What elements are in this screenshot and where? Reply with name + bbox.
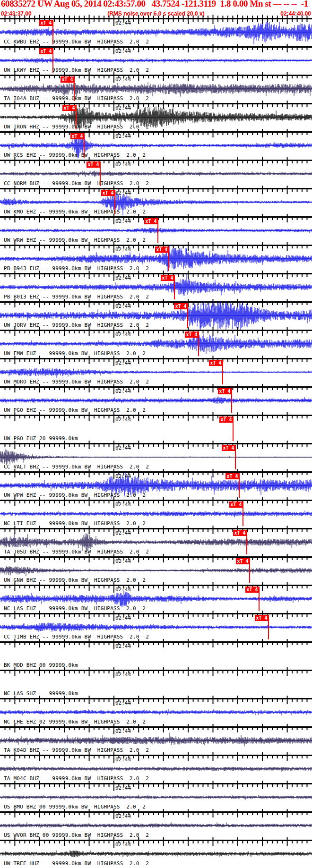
trace-panel[interactable]: 02:44xT 4UW JORV EHZ -- 99999.0km BW HIG…: [0, 301, 312, 330]
station-label: UW WPW EHZ -- 99999.0km BW HIGHPASS 2.0 …: [4, 492, 146, 498]
station-label: UW KMO EHZ -- 99999.0km BW HIGHPASS 2.0 …: [4, 209, 146, 215]
pick-flag[interactable]: xT 4: [144, 218, 158, 224]
trace-panel[interactable]: 02:44TA K04D BHZ -- 99999.0km BW HIGHPAS…: [0, 726, 312, 755]
trace-panel[interactable]: 02:44xT 4UW WPW EHZ -- 99999.0km BW HIGH…: [0, 471, 312, 500]
trace-panel[interactable]: 02:44xT 4UW IRON HHZ -- 99999.0km BW HIG…: [0, 103, 312, 131]
minute-label: 02:44: [115, 133, 131, 139]
station-label: TA I04A BHZ -- 99999.0km BW HIGHPASS 2.0…: [4, 95, 149, 102]
trace-panel[interactable]: 02:44xT 4UW RCS EHZ -- 99999.0km BW HIGH…: [0, 131, 312, 160]
minute-label: 02:44: [115, 20, 131, 26]
trace-panel[interactable]: 02:44xT 4UW MORO EHZ -- 99999.0km BW HIG…: [0, 358, 312, 386]
pick-flag[interactable]: xT 4: [185, 332, 199, 338]
trace-panel[interactable]: 02:44BK MOD BHZ 00 99999.0km: [0, 641, 312, 670]
minute-label: 02:44: [115, 842, 131, 848]
minute-label: 02:44: [115, 218, 131, 224]
minute-label: 02:44: [115, 700, 131, 706]
minute-label: 02:44: [115, 332, 131, 338]
trace-panel[interactable]: 02:44xT 4UW KMO EHZ -- 99999.0km BW HIGH…: [0, 188, 312, 216]
trace-panel[interactable]: 02:44xT 4UW WRW EHZ -- 99999.0km BW HIGH…: [0, 216, 312, 245]
pick-flag[interactable]: xT 4: [222, 445, 235, 451]
trace-panel[interactable]: 02:44xT 4UW PGO EHZ 20 99999.0km: [0, 415, 312, 443]
trace-panel[interactable]: 02:44xT 4UW GNW BHZ -- 99999.0km BW HIGH…: [0, 556, 312, 585]
pick-flag[interactable]: xT 4: [62, 105, 76, 111]
minute-label: 02:44: [115, 360, 131, 366]
station-label: UW JORV EHZ -- 99999.0km BW HIGHPASS 2.0…: [4, 322, 149, 328]
pick-flag[interactable]: xT 4: [255, 615, 269, 621]
seismic-waveform-viewer: 60835272 UW Aug 05, 2014 02:43:57.00 43.…: [0, 0, 312, 868]
pick-flag[interactable]: xT 4: [229, 502, 243, 508]
minute-label: 02:44: [115, 388, 131, 394]
pick-flag[interactable]: xT 4: [39, 20, 53, 26]
minute-label: 02:44: [115, 672, 131, 678]
pick-flag[interactable]: xT 4: [155, 247, 169, 253]
minute-label: 02:44: [115, 445, 131, 451]
trace-list: 02:44xT 4CC KWBU EHZ -- 99999.0km BW HIG…: [0, 18, 312, 868]
minute-label: 02:44: [115, 785, 131, 791]
station-label: CC KWBU EHZ -- 99999.0km BW HIGHPASS 2.0…: [4, 39, 149, 45]
trace-panel[interactable]: 02:44NC LAS SHZ -- 99999.0km: [0, 670, 312, 698]
trace-panel[interactable]: 02:44NC LHE EHZ 02 99999.0km BW HIGHPASS…: [0, 698, 312, 726]
trace-panel[interactable]: 02:44US WVOR BHZ 00 99999.0km BW HIGHPAS…: [0, 811, 312, 840]
station-label: TA K04D BHZ -- 99999.0km BW HIGHPASS 2.0…: [4, 747, 149, 753]
trace-panel[interactable]: 02:44xT 4CC KWBU EHZ -- 99999.0km BW HIG…: [0, 18, 312, 46]
minute-label: 02:44: [115, 813, 131, 819]
trace-panel[interactable]: 02:44TA M04C BHZ -- 99999.0km BW HIGHPAS…: [0, 755, 312, 783]
pick-flag[interactable]: xT 4: [245, 587, 259, 593]
trace-panel[interactable]: 02:44xT 4NC LTI EHZ -- 99999.0km BW HIGH…: [0, 500, 312, 528]
minute-label: 02:44: [115, 615, 131, 621]
minute-label: 02:44: [115, 417, 131, 423]
trace-panel[interactable]: 02:44xT 4PB B013 EHZ -- 99999.0km BW HIG…: [0, 273, 312, 301]
pick-flag[interactable]: xT 4: [101, 190, 115, 196]
minute-label: 02:44: [115, 247, 131, 253]
pick-flag[interactable]: xT 4: [87, 162, 100, 168]
trace-panel[interactable]: 02:44xT 4CC TIMB EHZ -- 99999.0km BW HIG…: [0, 613, 312, 641]
station-label: NC LAS EHZ -- 99999.0km BW HIGHPASS 2.0 …: [4, 605, 146, 612]
station-label: US WVOR BHZ 00 99999.0km BW HIGHPASS 2.0…: [4, 832, 149, 838]
minute-label: 02:44: [115, 728, 131, 734]
station-label: NC LTI EHZ -- 99999.0km BW HIGHPASS 2.0 …: [4, 520, 146, 527]
pick-flag[interactable]: xT 4: [219, 417, 233, 423]
minute-label: 02:44: [115, 77, 131, 83]
station-label: TA M04C BHZ -- 99999.0km BW HIGHPASS 2.0…: [4, 775, 149, 782]
minute-label: 02:44: [115, 105, 131, 111]
pick-flag[interactable]: xT 4: [209, 360, 223, 366]
station-label: CC TIMB EHZ -- 99999.0km BW HIGHPASS 2.0…: [4, 634, 149, 640]
pick-flag[interactable]: xT 4: [61, 77, 74, 83]
trace-panel[interactable]: 02:44xT 4TA I04A BHZ -- 99999.0km BW HIG…: [0, 75, 312, 103]
pick-flag[interactable]: xT 4: [218, 388, 232, 394]
minute-label: 02:44: [115, 643, 131, 649]
station-label: BK MOD BHZ 00 99999.0km: [4, 662, 78, 668]
trace-panel[interactable]: 02:44xT 4TA J05D BHZ -- 99999.0km BW HIG…: [0, 528, 312, 556]
trace-panel[interactable]: 02:44US BMO BHZ 00 99999.0km BW HIGHPASS…: [0, 783, 312, 811]
pick-flag[interactable]: xT 4: [161, 275, 174, 281]
minute-label: 02:44: [115, 530, 131, 536]
pick-flag[interactable]: xT 4: [70, 133, 84, 139]
trace-panel[interactable]: 02:44UW TREE HHZ -- 99999.0km BW HIGHPAS…: [0, 840, 312, 868]
trace-panel[interactable]: 02:44xT 4CC VALT BHZ -- 99999.0km BW HIG…: [0, 443, 312, 471]
pick-flag[interactable]: xT 4: [225, 473, 239, 479]
pick-flag[interactable]: xT 4: [39, 48, 53, 54]
trace-panel[interactable]: 02:44xT 4NC LAS EHZ -- 99999.0km BW HIGH…: [0, 585, 312, 613]
event-header: 60835272 UW Aug 05, 2014 02:43:57.00 43.…: [1, 0, 312, 9]
trace-panel[interactable]: 02:44xT 4UW PGO EHZ -- 99999.0km BW HIGH…: [0, 386, 312, 415]
pick-flag[interactable]: xT 4: [236, 558, 250, 564]
station-label: TA J05D BHZ -- 99999.0km BW HIGHPASS 2.0…: [4, 549, 149, 555]
pick-flag[interactable]: xT 4: [233, 530, 247, 536]
station-label: CC VALT BHZ -- 99999.0km BW HIGHPASS 2.0…: [4, 464, 149, 470]
station-label: UW WRW EHZ -- 99999.0km BW HIGHPASS 2.0 …: [4, 237, 146, 243]
minute-label: 02:44: [115, 190, 131, 196]
trace-panel[interactable]: 02:44xT 4UW FMW EHZ -- 99999.0km BW HIGH…: [0, 330, 312, 358]
station-label: US BMO BHZ 00 99999.0km BW HIGHPASS 2.0 …: [4, 804, 146, 810]
minute-label: 02:44: [115, 48, 131, 54]
station-label: UW TREE HHZ -- 99999.0km BW HIGHPASS 2.0…: [4, 860, 149, 867]
minute-label: 02:44: [115, 473, 131, 479]
minute-label: 02:44: [115, 558, 131, 564]
station-label: UW GNW BHZ -- 99999.0km BW HIGHPASS 2.0 …: [4, 577, 146, 583]
trace-panel[interactable]: 02:44xT 4PB B943 EHZ -- 99999.0km BW HIG…: [0, 245, 312, 273]
trace-panel[interactable]: 02:44xT 4CC NORM BHZ -- 99999.0km BW HIG…: [0, 160, 312, 188]
station-label: UW RCS EHZ -- 99999.0km BW HIGHPASS 2.0 …: [4, 152, 146, 158]
trace-panel[interactable]: 02:44xT 4UW LKWY EHZ -- 99999.0km BW HIG…: [0, 46, 312, 75]
top-ruler-upticks: [0, 15, 312, 18]
station-label: PB B013 EHZ -- 99999.0km BW HIGHPASS 2.0…: [4, 294, 149, 300]
pick-flag[interactable]: xT 4: [174, 303, 188, 309]
